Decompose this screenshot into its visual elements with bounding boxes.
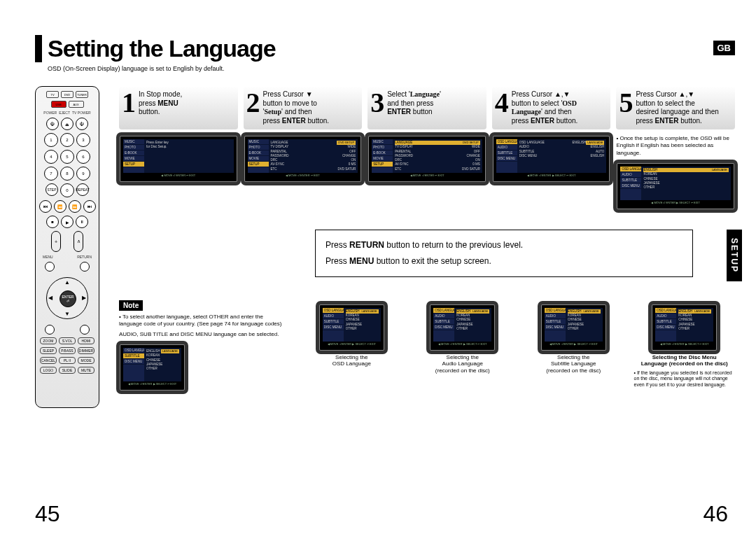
page-number-left: 45 [35, 501, 60, 527]
step-5: 5Press Cursor ▲,▼button to select thedes… [616, 86, 735, 210]
note-line-1: To select another language, select OTHER… [119, 314, 287, 328]
tv-screenshot: OSD LANGUAGEAUDIOSUBTITLEDISC MENULANGUA… [540, 304, 607, 351]
step-number: 4 [495, 90, 509, 115]
return-line2-post: button to exit the setup screen. [374, 256, 491, 266]
tv-screenshot: OSD LANGUAGEAUDIOSUBTITLEDISC MENULANGUA… [616, 162, 735, 210]
num-0: 0 [60, 183, 74, 197]
arrow-left-icon: ◀ [48, 295, 52, 301]
return-label: RETURN [77, 255, 92, 259]
tv-screenshot: OSD LANGUAGEAUDIOSUBTITLEDISC MENULANGUA… [318, 304, 385, 351]
tv-note: OSD LANGUAGESUBTITLEDISC MENULANGUAGEENG… [119, 344, 186, 391]
mini-col-3: OSD LANGUAGEAUDIOSUBTITLEDISC MENULANGUA… [634, 298, 736, 388]
btn-i: MODE [78, 357, 94, 364]
arrow-up-icon: ▲ [64, 279, 70, 286]
eject-icon: ⏏ [61, 118, 74, 130]
num-6: 6 [76, 150, 90, 164]
mini-col-1: OSD LANGUAGEAUDIOSUBTITLEDISC MENULANGUA… [412, 298, 514, 388]
mini-caption: Selecting the Disc MenuLanguage (recorde… [641, 354, 728, 367]
num-8: 8 [60, 167, 74, 181]
remote-power-label: POWER [43, 111, 57, 115]
arrow-down-icon: ▼ [64, 311, 70, 317]
info-icon [45, 325, 55, 335]
exit-icon [80, 325, 90, 335]
tv-screenshot: MUSICPHOTOE-BOOKMOVIESETUPPress Enter ke… [119, 135, 238, 183]
return-line2-b: MENU [349, 256, 374, 266]
return-line2-pre: Press [326, 256, 349, 266]
step-text: In Stop mode,press MENUbutton. [139, 90, 182, 117]
prev-icon: ⏮ [39, 200, 52, 213]
mini-col-2: OSD LANGUAGEAUDIOSUBTITLEDISC MENULANGUA… [523, 298, 624, 388]
step-3: 3Select 'Language'and then pressENTER bu… [368, 86, 486, 210]
remote-tvpower-label: TV POWER [72, 111, 91, 115]
power-icon: ⏻ [46, 118, 59, 130]
btn-k: SLIDE [59, 367, 76, 374]
mini-caption: Selecting theOSD Language [332, 354, 371, 367]
num-4: 4 [44, 150, 58, 164]
tvpower-icon: ⏻ [76, 118, 88, 130]
remote-eject-label: EJECT [59, 111, 70, 115]
remote-illustration: TVDVDTUNER USBAUX POWEREJECTTV POWER ⏻⏏⏻… [35, 86, 99, 408]
page-title: Setting the Language [48, 35, 735, 62]
mini-caption: Selecting theAudio Language(recorded on … [435, 354, 490, 374]
btn-a: ZOOM [40, 337, 57, 344]
menu-label: MENU [43, 255, 53, 259]
rew-icon: ⏪ [54, 200, 66, 213]
tuning-rocker: ∧ [74, 231, 83, 252]
step-number: 1 [122, 90, 136, 115]
tv-screenshot: MUSICPHOTOE-BOOKMOVIESETUPDVD SETUPLANGU… [368, 135, 486, 183]
note-badge: Note [119, 300, 143, 311]
subtitle: OSD (On-Screen Display) language is set … [48, 65, 735, 72]
step-text: Press Cursor ▲,▼button to select 'OSDLan… [512, 90, 578, 125]
btn-c: HDMI [78, 337, 94, 344]
step-5-footnote: Once the setup is complete, the OSD will… [616, 135, 735, 157]
num-3: 3 [76, 133, 90, 147]
btn-j: LOGO [40, 367, 57, 374]
btn-g: CANCEL [40, 357, 57, 364]
play-icon: ▶ [61, 216, 74, 228]
btn-h: PL II [59, 357, 76, 364]
return-line1-b: RETURN [349, 240, 384, 250]
remote-repeat: REPEAT [76, 183, 89, 196]
enter-button: ENTER⏎ [59, 290, 76, 307]
volume-rocker: + [51, 231, 61, 252]
tv-screenshot: OSD LANGUAGEAUDIOSUBTITLEDISC MENULANGUA… [429, 304, 496, 351]
num-9: 9 [76, 167, 90, 181]
remote-usb: USB [51, 101, 66, 108]
remote-tuner: TUNER [76, 91, 88, 98]
step-number: 5 [619, 90, 633, 115]
remote-tv: TV [46, 91, 59, 98]
remote-dvd: DVD [61, 91, 74, 98]
btn-d: SLEEP [40, 347, 57, 354]
menu-button-icon [45, 262, 55, 272]
num-1: 1 [44, 133, 58, 147]
arrow-right-icon: ▶ [82, 295, 86, 301]
btn-e: P.BASS [59, 347, 76, 354]
tv-screenshot: OSD LANGUAGEAUDIOSUBTITLEDISC MENULANGUA… [492, 135, 611, 183]
return-line1-pre: Press [326, 240, 349, 250]
region-badge: GB [713, 41, 736, 55]
step-text: Select 'Language'and then pressENTER but… [387, 90, 441, 117]
num-2: 2 [60, 133, 74, 147]
step-2: 2Press Cursor ▼button to move to'Setup' … [244, 86, 363, 210]
tv-screenshot: MUSICPHOTOE-BOOKMOVIESETUPDVD SETUPLANGU… [244, 135, 363, 183]
pause-icon: ⏸ [76, 216, 88, 228]
return-button-icon [80, 262, 90, 272]
step-4: 4Press Cursor ▲,▼button to select 'OSDLa… [492, 86, 611, 210]
stop-icon: ■ [46, 216, 59, 228]
num-5: 5 [60, 150, 74, 164]
step-text: Press Cursor ▲,▼button to select thedesi… [636, 90, 718, 125]
btn-f: DIMMER [78, 347, 94, 354]
mini-caption: Selecting theSubtitle Language(recorded … [546, 354, 601, 374]
mini-col-0: OSD LANGUAGEAUDIOSUBTITLEDISC MENULANGUA… [301, 298, 402, 388]
next-icon: ⏭ [83, 200, 96, 213]
ffwd-icon: ⏩ [69, 200, 81, 213]
btn-b: S.VOL [59, 337, 76, 344]
num-7: 7 [44, 167, 58, 181]
step-text: Press Cursor ▼button to move to'Setup' a… [263, 90, 330, 125]
tv-screenshot: OSD LANGUAGEAUDIOSUBTITLEDISC MENULANGUA… [651, 304, 718, 351]
remote-aux: AUX [69, 101, 84, 108]
step-1: 1In Stop mode,press MENUbutton.MUSICPHOT… [119, 86, 238, 210]
page-number-right: 46 [703, 501, 728, 527]
remote-step: STEP [46, 183, 58, 196]
return-note-box: Press RETURN button to return to the pre… [315, 230, 693, 277]
